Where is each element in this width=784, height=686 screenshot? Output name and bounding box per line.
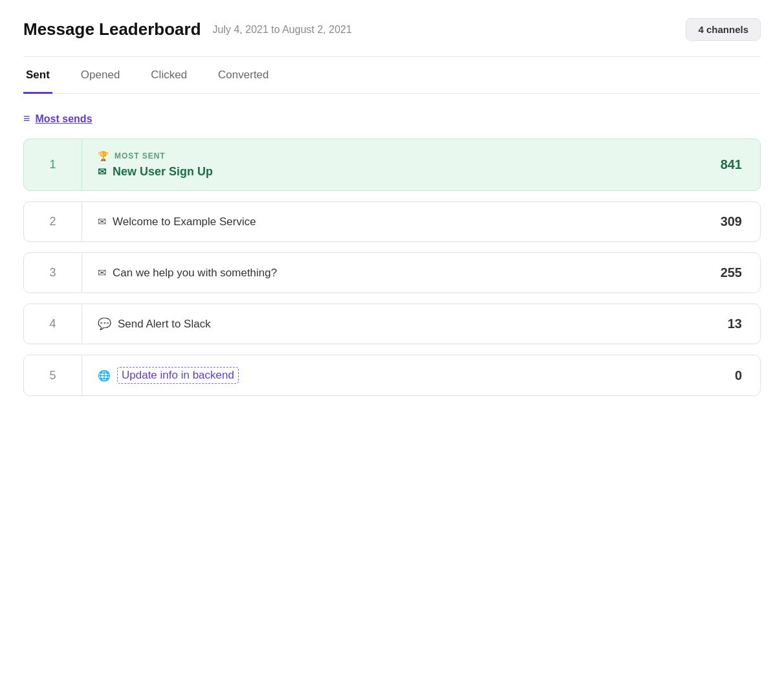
- message-name-5: Update info in backend: [117, 367, 239, 384]
- leaderboard-row-5[interactable]: 5 🌐 Update info in backend 0: [23, 355, 761, 396]
- tab-clicked[interactable]: Clicked: [148, 57, 190, 94]
- row-name-1: ✉ New User Sign Up: [98, 165, 667, 179]
- row-content-4: 💬 Send Alert to Slack: [82, 304, 682, 344]
- row-badge-1: 🏆 MOST SENT: [98, 151, 667, 161]
- globe-icon-5: 🌐: [98, 370, 111, 382]
- row-name-4: 💬 Send Alert to Slack: [98, 317, 667, 331]
- rank-5: 5: [24, 355, 82, 395]
- header-left: Message Leaderboard July 4, 2021 to Augu…: [23, 19, 352, 39]
- header: Message Leaderboard July 4, 2021 to Augu…: [23, 18, 761, 41]
- sort-label[interactable]: Most sends: [36, 113, 93, 125]
- sort-header: ≡ Most sends: [23, 112, 761, 126]
- message-name-3: Can we help you with something?: [113, 267, 277, 280]
- page-container: Message Leaderboard July 4, 2021 to Augu…: [0, 0, 784, 414]
- row-content-3: ✉ Can we help you with something?: [82, 253, 682, 293]
- row-name-3: ✉ Can we help you with something?: [98, 267, 667, 280]
- row-content-5: 🌐 Update info in backend: [82, 355, 682, 395]
- leaderboard-list: 1 🏆 MOST SENT ✉ New User Sign Up 841 2 ✉…: [23, 138, 761, 396]
- row-name-2: ✉ Welcome to Example Service: [98, 216, 667, 228]
- page-title: Message Leaderboard: [23, 19, 201, 39]
- row-count-4: 13: [682, 304, 760, 344]
- date-range: July 4, 2021 to August 2, 2021: [213, 24, 352, 36]
- channels-badge[interactable]: 4 channels: [686, 18, 761, 41]
- leaderboard-row-3[interactable]: 3 ✉ Can we help you with something? 255: [23, 252, 761, 293]
- row-name-5: 🌐 Update info in backend: [98, 367, 667, 384]
- rank-2: 2: [24, 202, 82, 241]
- sort-icon: ≡: [23, 112, 30, 126]
- leaderboard-row-1[interactable]: 1 🏆 MOST SENT ✉ New User Sign Up 841: [23, 138, 761, 191]
- tab-opened[interactable]: Opened: [78, 57, 123, 94]
- message-name-1: New User Sign Up: [113, 165, 213, 179]
- email-icon-3: ✉: [98, 267, 106, 279]
- leaderboard-row-2[interactable]: 2 ✉ Welcome to Example Service 309: [23, 201, 761, 242]
- email-icon-1: ✉: [98, 166, 106, 178]
- row-count-3: 255: [682, 253, 760, 293]
- trophy-icon: 🏆: [98, 151, 109, 161]
- message-name-4: Send Alert to Slack: [118, 318, 211, 331]
- row-count-5: 0: [682, 355, 760, 395]
- slack-icon: 💬: [98, 317, 111, 331]
- rank-4: 4: [24, 304, 82, 344]
- leaderboard-row-4[interactable]: 4 💬 Send Alert to Slack 13: [23, 304, 761, 344]
- row-count-2: 309: [682, 202, 760, 241]
- rank-3: 3: [24, 253, 82, 293]
- email-icon-2: ✉: [98, 216, 106, 228]
- tab-sent[interactable]: Sent: [23, 57, 52, 94]
- badge-label-1: MOST SENT: [114, 151, 166, 160]
- tabs: Sent Opened Clicked Converted: [23, 57, 761, 94]
- row-content-2: ✉ Welcome to Example Service: [82, 202, 682, 241]
- row-content-1: 🏆 MOST SENT ✉ New User Sign Up: [82, 139, 682, 190]
- rank-1: 1: [24, 139, 82, 190]
- row-count-1: 841: [682, 139, 760, 190]
- message-name-2: Welcome to Example Service: [113, 216, 256, 228]
- tab-converted[interactable]: Converted: [215, 57, 271, 94]
